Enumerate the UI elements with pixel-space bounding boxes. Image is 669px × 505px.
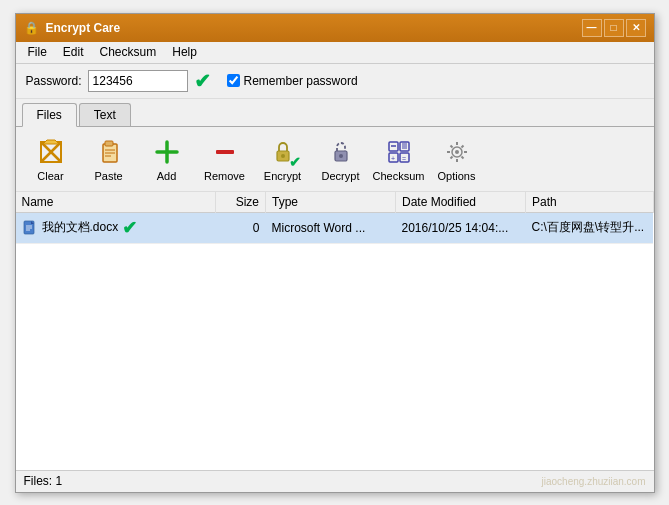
- status-bar: Files: 1 jiaocheng.zhuziian.com: [16, 470, 654, 492]
- remove-icon: [209, 136, 241, 168]
- menu-edit[interactable]: Edit: [55, 43, 92, 61]
- file-name-cell: 我的文档.docx ✔: [16, 212, 216, 243]
- minimize-button[interactable]: —: [582, 19, 602, 37]
- menu-help[interactable]: Help: [164, 43, 205, 61]
- paste-label: Paste: [94, 170, 122, 182]
- checksum-label: Checksum: [373, 170, 425, 182]
- add-label: Add: [157, 170, 177, 182]
- paste-icon: [93, 136, 125, 168]
- col-name: Name: [16, 192, 216, 213]
- password-row: Password: ✔ Remember password: [16, 64, 654, 99]
- close-button[interactable]: ✕: [626, 19, 646, 37]
- file-path-cell: C:\百度网盘\转型升...: [526, 212, 654, 243]
- menu-bar: File Edit Checksum Help: [16, 42, 654, 64]
- svg-line-35: [450, 156, 452, 158]
- decrypt-button[interactable]: Decrypt: [314, 131, 368, 187]
- window-title: Encrypt Care: [46, 21, 582, 35]
- remember-checkbox-row: Remember password: [227, 74, 358, 88]
- menu-file[interactable]: File: [20, 43, 55, 61]
- clear-button[interactable]: Clear: [24, 131, 78, 187]
- svg-marker-3: [43, 140, 59, 144]
- paste-button[interactable]: Paste: [82, 131, 136, 187]
- checksum-icon: + =: [383, 136, 415, 168]
- app-icon: 🔒: [24, 20, 40, 36]
- tab-files[interactable]: Files: [22, 103, 77, 127]
- col-path: Path: [526, 192, 654, 213]
- file-table: Name Size Type Date Modified Path: [16, 192, 654, 470]
- checksum-button[interactable]: + = Checksum: [372, 131, 426, 187]
- menu-checksum[interactable]: Checksum: [92, 43, 165, 61]
- file-icon: [22, 220, 38, 236]
- remember-checkbox[interactable]: [227, 74, 240, 87]
- toolbar: Clear Paste Add: [16, 127, 654, 192]
- encrypt-checkmark: ✔: [289, 154, 301, 170]
- svg-text:+: +: [391, 155, 395, 162]
- svg-line-34: [461, 145, 463, 147]
- window-controls: — □ ✕: [582, 19, 646, 37]
- password-input[interactable]: [88, 70, 188, 92]
- clear-label: Clear: [37, 170, 63, 182]
- add-icon: [151, 136, 183, 168]
- col-date: Date Modified: [396, 192, 526, 213]
- main-window: 🔒 Encrypt Care — □ ✕ File Edit Checksum …: [15, 13, 655, 493]
- options-icon: [441, 136, 473, 168]
- file-size-cell: 0: [216, 212, 266, 243]
- table-row[interactable]: 我的文档.docx ✔ 0 Microsoft Word ... 2016/10…: [16, 212, 654, 243]
- svg-rect-5: [105, 141, 113, 146]
- decrypt-label: Decrypt: [322, 170, 360, 182]
- col-size: Size: [216, 192, 266, 213]
- col-type: Type: [266, 192, 396, 213]
- encrypt-button[interactable]: ✔ Encrypt: [256, 131, 310, 187]
- svg-rect-11: [216, 150, 234, 154]
- file-date-cell: 2016/10/25 14:04:...: [396, 212, 526, 243]
- svg-point-15: [339, 154, 343, 158]
- password-checkmark: ✔: [194, 71, 211, 91]
- title-bar: 🔒 Encrypt Care — □ ✕: [16, 14, 654, 42]
- remove-label: Remove: [204, 170, 245, 182]
- encrypt-icon: ✔: [267, 136, 299, 168]
- password-label: Password:: [26, 74, 82, 88]
- watermark: jiaocheng.zhuziian.com: [542, 476, 646, 487]
- svg-line-33: [461, 156, 463, 158]
- clear-icon: [35, 136, 67, 168]
- tab-text[interactable]: Text: [79, 103, 131, 126]
- file-type-cell: Microsoft Word ...: [266, 212, 396, 243]
- status-text: Files: 1: [24, 474, 63, 488]
- remove-button[interactable]: Remove: [198, 131, 252, 187]
- remember-label: Remember password: [244, 74, 358, 88]
- options-label: Options: [438, 170, 476, 182]
- svg-point-13: [281, 154, 285, 158]
- options-button[interactable]: Options: [430, 131, 484, 187]
- tabs-row: Files Text: [16, 99, 654, 127]
- encrypt-label: Encrypt: [264, 170, 301, 182]
- svg-line-32: [450, 145, 452, 147]
- add-button[interactable]: Add: [140, 131, 194, 187]
- decrypt-icon: [325, 136, 357, 168]
- svg-text:=: =: [402, 155, 406, 162]
- svg-point-27: [455, 150, 459, 154]
- maximize-button[interactable]: □: [604, 19, 624, 37]
- file-checkmark: ✔: [122, 217, 137, 239]
